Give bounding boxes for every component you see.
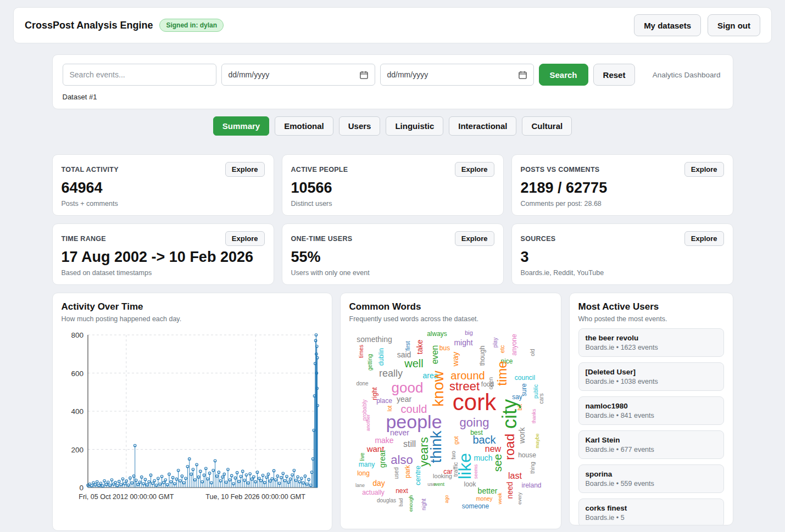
tab-cultural[interactable]: Cultural: [522, 116, 572, 136]
user-row[interactable]: [Deleted User]Boards.ie • 1038 events: [578, 362, 724, 391]
tab-linguistic[interactable]: Linguistic: [386, 116, 443, 136]
activity-chart-panel: Activity Over Time How much posting happ…: [52, 293, 332, 531]
date-to-placeholder: dd/mm/yyyy: [387, 70, 428, 79]
cloud-word: dublin: [378, 348, 385, 366]
cloud-word: public: [533, 384, 539, 399]
tab-users[interactable]: Users: [339, 116, 381, 136]
user-detail: Boards.ie • 559 events: [586, 480, 717, 488]
cloud-word: road: [503, 434, 516, 460]
explore-button[interactable]: Explore: [225, 162, 265, 177]
cloud-word: though: [479, 346, 486, 366]
cloud-word: make: [375, 436, 393, 444]
stats-grid: TOTAL ACTIVITYExplore64964Posts + commen…: [52, 154, 733, 285]
cloud-word: cars: [539, 394, 544, 404]
stat-subtitle: Based on dataset timestamps: [62, 269, 265, 277]
search-button[interactable]: Search: [539, 64, 588, 86]
tab-emotional[interactable]: Emotional: [275, 116, 333, 136]
my-datasets-button[interactable]: My datasets: [634, 14, 701, 36]
cloud-word: seems: [473, 464, 478, 479]
cloud-word: week: [497, 492, 502, 504]
cloud-word: park: [404, 465, 411, 478]
cloud-word: day: [372, 479, 385, 487]
tab-summary[interactable]: Summary: [213, 116, 269, 136]
stat-title: SOURCES: [521, 235, 556, 243]
stat-card-0: TOTAL ACTIVITYExplore64964Posts + commen…: [52, 154, 274, 216]
cloud-word: used: [394, 467, 399, 479]
stat-card-4: ONE-TIME USERSExplore55%Users with only …: [282, 223, 504, 285]
cloud-word: council: [515, 374, 535, 381]
user-row[interactable]: the beer revoluBoards.ie • 1623 events: [578, 328, 724, 357]
calendar-icon: [360, 71, 368, 79]
cloud-word: two: [451, 451, 456, 460]
svg-text:400: 400: [71, 407, 83, 416]
cloud-word: last: [508, 472, 522, 480]
explore-button[interactable]: Explore: [225, 231, 265, 246]
cloud-word: bus: [439, 345, 450, 351]
user-row[interactable]: sporinaBoards.ie • 559 events: [578, 464, 724, 493]
cloud-word: someone: [462, 503, 489, 509]
stat-value: 17 Aug 2002 -> 10 Feb 2026: [62, 249, 265, 266]
stat-value: 3: [521, 249, 724, 266]
most-active-users-panel: Most Active Users Who posted the most ev…: [569, 293, 733, 525]
cloud-word: even: [431, 345, 439, 365]
cloud-word: old: [530, 349, 536, 356]
cloud-word: see: [492, 454, 503, 472]
cloud-word: money: [476, 496, 492, 502]
user-name: namloc1980: [586, 402, 717, 410]
user-detail: Boards.ie • 1038 events: [586, 378, 717, 385]
cloud-word: need: [506, 481, 514, 499]
stat-subtitle: Comments per post: 28.68: [521, 200, 724, 208]
cloud-word: year: [397, 395, 411, 403]
stat-card-5: SOURCESExplore3Boards.ie, Reddit, YouTub…: [511, 223, 733, 285]
cloud-word: better: [478, 487, 498, 495]
user-row[interactable]: Karl SteinBoards.ie • 677 events: [578, 430, 724, 459]
signed-in-badge: Signed in: dylan: [159, 19, 224, 32]
tab-interactional[interactable]: Interactional: [449, 116, 516, 136]
reset-button[interactable]: Reset: [593, 64, 636, 86]
sign-out-button[interactable]: Sign out: [708, 14, 760, 36]
explore-button[interactable]: Explore: [684, 231, 724, 246]
user-name: the beer revolu: [586, 334, 717, 342]
date-from-field[interactable]: dd/mm/yyyy: [221, 64, 375, 86]
cloud-word: well: [404, 358, 423, 369]
cloud-word: looking: [433, 473, 452, 479]
user-row[interactable]: corks finestBoards.ie • 5: [578, 499, 724, 525]
cloud-word: take: [416, 340, 424, 354]
date-to-field[interactable]: dd/mm/yyyy: [380, 64, 534, 86]
header-card: CrossPost Analysis Engine Signed in: dyl…: [13, 7, 772, 43]
stat-card-2: POSTS VS COMMENTSExplore2189 / 62775Comm…: [511, 154, 733, 216]
user-detail: Boards.ie • 1623 events: [586, 344, 717, 351]
cloud-word: maybe: [535, 433, 539, 448]
common-words-subtitle: Frequently used words across the dataset…: [349, 315, 552, 323]
stat-title: ONE-TIME USERS: [291, 235, 353, 243]
activity-chart-subtitle: How much posting happened each day.: [62, 315, 323, 323]
activity-chart-svg: 0200400600800Fri, 05 Oct 2012 00:00:00 G…: [62, 327, 322, 509]
cloud-word: another: [365, 415, 370, 432]
stat-value: 2189 / 62775: [521, 180, 724, 197]
tabs: SummaryEmotionalUsersLinguisticInteracti…: [52, 116, 733, 136]
cloud-word: times: [359, 345, 364, 358]
cloud-word: work: [518, 427, 526, 444]
explore-button[interactable]: Explore: [684, 162, 724, 177]
cloud-word: great: [378, 450, 386, 468]
stat-title: TOTAL ACTIVITY: [62, 166, 119, 173]
stat-card-1: ACTIVE PEOPLEExplore10566Distinct users: [282, 154, 504, 216]
stat-value: 64964: [62, 180, 265, 197]
explore-button[interactable]: Explore: [455, 231, 494, 246]
date-from-placeholder: dd/mm/yyyy: [229, 70, 270, 79]
user-row[interactable]: namloc1980Boards.ie • 841 events: [578, 396, 724, 425]
stat-value: 55%: [291, 249, 494, 266]
cloud-word: food: [481, 381, 494, 388]
cloud-word: getting: [368, 354, 373, 371]
cloud-word: still: [403, 440, 416, 449]
svg-text:Tue, 10 Feb 2026 00:00:00 GMT: Tue, 10 Feb 2026 00:00:00 GMT: [205, 493, 305, 501]
cloud-word: way: [450, 352, 459, 367]
cloud-word: really: [379, 368, 403, 378]
explore-button[interactable]: Explore: [455, 162, 494, 177]
cloud-word: bad: [398, 498, 403, 506]
svg-text:600: 600: [71, 369, 83, 378]
cloud-word: city: [500, 399, 520, 429]
search-input[interactable]: [63, 64, 216, 86]
cloud-word: first: [404, 341, 410, 351]
dataset-label: Dataset #1: [63, 93, 723, 101]
